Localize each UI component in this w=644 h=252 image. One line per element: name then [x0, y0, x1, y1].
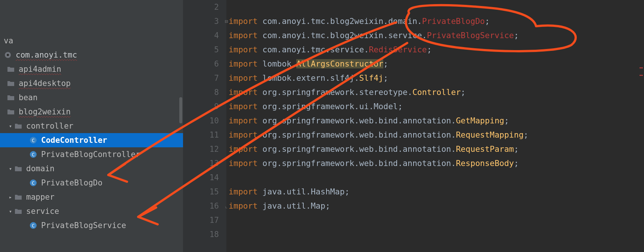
code-token: org.springframework.web.bind.annotation.: [263, 130, 456, 139]
line-number[interactable]: 2: [185, 0, 219, 14]
project-tree-panel[interactable]: va com.anoyi.tmc api4adminapi4desktopbea…: [0, 0, 183, 252]
line-number[interactable]: 10: [185, 114, 219, 128]
code-line[interactable]: import java.util.Map;: [229, 199, 644, 213]
folder-icon: [14, 165, 22, 173]
tree-class-privateblogdo[interactable]: C PrivateBlogDo: [0, 176, 183, 190]
line-number[interactable]: 6: [185, 57, 219, 71]
code-line[interactable]: import org.springframework.web.bind.anno…: [229, 142, 644, 156]
code-line[interactable]: [229, 213, 644, 227]
line-number[interactable]: 7: [185, 71, 219, 85]
code-area[interactable]: import com.anoyi.tmc.blog2weixin.domain.…: [226, 0, 644, 252]
svg-text:C: C: [32, 138, 35, 143]
tree-class-privateblogcontroller[interactable]: C PrivateBlogController: [0, 147, 183, 162]
tree-folder-domain[interactable]: ▾ domain: [0, 162, 183, 176]
error-stripe-marker[interactable]: [640, 75, 643, 76]
project-tree[interactable]: va com.anoyi.tmc api4adminapi4desktopbea…: [0, 0, 183, 233]
error-stripe-marker[interactable]: [640, 67, 643, 68]
code-line[interactable]: import com.anoyi.tmc.blog2weixin.service…: [229, 28, 644, 43]
code-line[interactable]: [229, 227, 644, 242]
svg-text:C: C: [32, 180, 35, 186]
code-token: ResponseBody: [456, 159, 514, 168]
code-token: import: [229, 130, 263, 139]
scrollbar-thumb[interactable]: [179, 97, 182, 123]
line-number[interactable]: 14: [185, 170, 219, 185]
tree-folder-service[interactable]: ▾ service: [0, 204, 183, 218]
tree-folder-blog2weixin[interactable]: blog2weixin: [0, 105, 183, 119]
code-token: import: [229, 16, 263, 26]
line-number[interactable]: 4: [185, 28, 219, 43]
line-number[interactable]: 18: [185, 227, 219, 242]
sidebar-scrollbar[interactable]: [179, 0, 183, 252]
tree-class-codecontroller[interactable]: C CodeController: [0, 133, 183, 147]
line-number[interactable]: 12: [185, 142, 219, 156]
tree-label: CodeController: [41, 136, 107, 145]
chevron-down-icon[interactable]: ▾: [7, 166, 14, 172]
code-token: ;: [514, 144, 519, 154]
line-number[interactable]: 11: [185, 128, 219, 142]
tree-label: api4admin: [19, 65, 61, 74]
line-number-gutter[interactable]: 23⊟45678910111213141516⌞1718: [185, 0, 226, 252]
code-line[interactable]: import com.anoyi.tmc.blog2weixin.domain.…: [229, 14, 644, 28]
class-icon: C: [29, 150, 37, 159]
line-number[interactable]: 5: [185, 43, 219, 57]
line-number[interactable]: 13: [185, 156, 219, 170]
code-line[interactable]: import org.springframework.ui.Model;: [229, 99, 644, 114]
tree-folder-api4desktop[interactable]: api4desktop: [0, 76, 183, 90]
line-number[interactable]: 9: [185, 99, 219, 114]
code-token: import: [229, 116, 263, 125]
code-token: import: [229, 73, 263, 83]
editor-error-stripe[interactable]: [639, 0, 644, 252]
tree-folder-api4admin[interactable]: api4admin: [0, 62, 183, 76]
tree-folder-mapper[interactable]: ▸ mapper: [0, 190, 183, 204]
code-editor[interactable]: 23⊟45678910111213141516⌞1718 import com.…: [185, 0, 644, 252]
line-number[interactable]: 16: [185, 199, 219, 213]
folder-icon: [14, 193, 22, 201]
code-line[interactable]: import org.springframework.web.bind.anno…: [229, 156, 644, 170]
svg-text:C: C: [32, 223, 35, 228]
code-token: ;: [427, 45, 432, 54]
line-number[interactable]: 8: [185, 85, 219, 99]
code-line[interactable]: import org.springframework.stereotype.Co…: [229, 85, 644, 99]
code-line[interactable]: import com.anoyi.tmc.service.RedisServic…: [229, 43, 644, 57]
class-icon: C: [29, 179, 37, 187]
code-token: import: [229, 187, 263, 196]
folder-icon: [7, 79, 15, 87]
code-line[interactable]: import org.springframework.web.bind.anno…: [229, 128, 644, 142]
tree-package-root[interactable]: com.anoyi.tmc: [0, 48, 183, 62]
svg-text:C: C: [32, 152, 35, 157]
line-number[interactable]: 15: [185, 185, 219, 199]
tree-folder-bean[interactable]: bean: [0, 90, 183, 105]
code-line[interactable]: import lombok.AllArgsConstructor;: [229, 57, 644, 71]
chevron-down-icon[interactable]: ▾: [7, 123, 14, 129]
chevron-right-icon[interactable]: ▸: [7, 194, 14, 200]
chevron-down-icon[interactable]: ▾: [7, 208, 14, 214]
tree-root-file[interactable]: va: [0, 34, 183, 48]
tree-label: mapper: [26, 193, 55, 202]
code-line[interactable]: [229, 0, 644, 14]
tree-label: bean: [19, 93, 38, 102]
line-number[interactable]: 3: [185, 14, 219, 28]
code-line[interactable]: import lombok.extern.slf4j.Slf4j;: [229, 71, 644, 85]
tree-label: controller: [26, 122, 73, 130]
code-token: ;: [524, 130, 529, 139]
code-line[interactable]: import java.util.HashMap;: [229, 185, 644, 199]
code-token: GetMapping: [456, 116, 504, 125]
folder-icon: [14, 122, 22, 130]
tree-folder-controller[interactable]: ▾ controller: [0, 119, 183, 133]
code-token: lombok.: [263, 59, 297, 68]
code-token: com.anoyi.tmc.blog2weixin.service.: [263, 31, 427, 40]
code-token: import: [229, 201, 263, 210]
package-icon: [4, 51, 12, 59]
tree-label: service: [26, 207, 59, 216]
code-token: ;: [504, 116, 509, 125]
code-line[interactable]: [229, 170, 644, 185]
code-token: Controller: [412, 87, 461, 97]
code-token: PrivateBlogService: [427, 31, 514, 40]
tree-class-privateblogservice[interactable]: C PrivateBlogService: [0, 218, 183, 233]
code-token: import: [229, 45, 263, 54]
folder-icon: [7, 65, 15, 73]
line-number[interactable]: 17: [185, 213, 219, 227]
code-token: import: [229, 102, 263, 111]
tree-label: va: [4, 36, 13, 45]
code-line[interactable]: import org.springframework.web.bind.anno…: [229, 114, 644, 128]
